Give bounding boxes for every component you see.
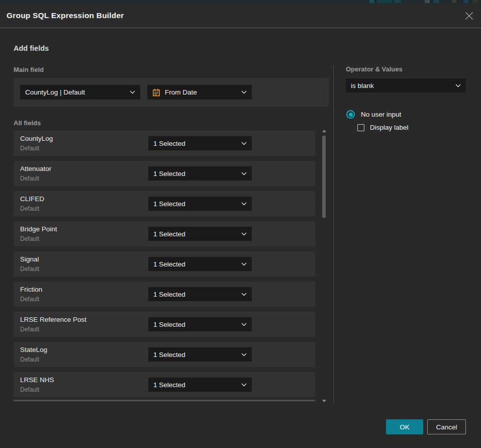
chevron-down-icon <box>241 142 247 145</box>
field-name: Bridge Point <box>20 225 57 233</box>
partial-field-row <box>14 400 315 401</box>
field-subtitle: Default <box>20 265 39 273</box>
field-subtitle: Default <box>20 145 39 152</box>
checkbox-unchecked-icon[interactable] <box>357 124 364 131</box>
dropdown-value: 1 Selected <box>153 230 241 238</box>
background-app-fragment <box>369 0 374 3</box>
scrollbar-up-arrow-icon[interactable] <box>322 130 326 132</box>
group-sql-expression-builder-dialog: Group SQL Expression Builder Add fields … <box>0 0 481 448</box>
field-row: LRSE NHS Default 1 Selected <box>14 372 315 397</box>
scrollbar-down-arrow-icon[interactable] <box>322 400 326 402</box>
chevron-down-icon <box>241 293 247 296</box>
main-field-field-dropdown[interactable]: From Date <box>147 85 252 100</box>
dropdown-value: 1 Selected <box>153 140 241 147</box>
panel-divider <box>333 65 334 403</box>
field-name: LRSE Reference Post <box>20 316 86 323</box>
background-app-fragment <box>463 0 468 3</box>
field-subtitle: Default <box>20 296 39 303</box>
main-field-label: Main field <box>14 66 44 73</box>
dropdown-value: From Date <box>165 88 241 96</box>
display-label-label: Display label <box>370 124 409 131</box>
background-app-fragment <box>394 0 401 3</box>
dialog-title: Group SQL Expression Builder <box>7 4 124 28</box>
close-icon <box>465 12 473 20</box>
field-subtitle: Default <box>20 356 39 363</box>
close-button[interactable] <box>465 12 473 20</box>
dialog-titlebar: Group SQL Expression Builder <box>0 4 481 28</box>
chevron-down-icon <box>130 91 135 94</box>
dropdown-value: 1 Selected <box>153 321 241 328</box>
field-selection-dropdown[interactable]: 1 Selected <box>148 287 252 301</box>
background-app-strip <box>0 0 481 4</box>
chevron-down-icon <box>241 383 247 387</box>
field-row: StateLog Default 1 Selected <box>14 342 315 367</box>
titlebar-divider <box>0 28 481 28</box>
chevron-down-icon <box>241 262 247 266</box>
field-name: Attenuator <box>20 165 51 172</box>
main-field-source-dropdown[interactable]: CountyLog | Default <box>20 85 140 100</box>
field-selection-dropdown[interactable]: 1 Selected <box>148 136 252 150</box>
chevron-down-icon <box>241 172 247 175</box>
background-app-fragment <box>433 0 439 3</box>
operator-values-heading: Operator & Values <box>346 65 403 73</box>
dropdown-value: 1 Selected <box>153 291 241 298</box>
dropdown-value: 1 Selected <box>153 381 241 389</box>
chevron-down-icon <box>241 91 247 94</box>
field-row: Friction Default 1 Selected <box>14 282 315 307</box>
field-name: Signal <box>20 255 39 263</box>
dropdown-value: 1 Selected <box>153 260 241 268</box>
dropdown-value: 1 Selected <box>153 200 241 208</box>
radio-selected-icon[interactable] <box>346 110 355 119</box>
background-app-fragment <box>425 0 430 3</box>
no-user-input-option[interactable]: No user input <box>346 110 401 119</box>
background-app-fragment <box>472 0 478 3</box>
field-row: Attenuator Default 1 Selected <box>14 161 315 186</box>
field-selection-dropdown[interactable]: 1 Selected <box>148 166 252 181</box>
field-row: CLIFED Default 1 Selected <box>14 191 315 216</box>
field-subtitle: Default <box>20 386 39 393</box>
operator-dropdown[interactable]: is blank <box>346 78 466 93</box>
no-user-input-label: No user input <box>361 111 401 118</box>
field-name: StateLog <box>20 346 47 353</box>
main-field-panel: CountyLog | Default From Date <box>14 78 329 107</box>
chevron-down-icon <box>241 202 247 206</box>
background-app-fragment <box>377 0 392 3</box>
field-selection-dropdown[interactable]: 1 Selected <box>148 197 252 211</box>
scrollbar-thumb[interactable] <box>322 136 326 218</box>
dropdown-value: 1 Selected <box>153 351 241 359</box>
dropdown-value: CountyLog | Default <box>25 88 130 96</box>
field-selection-dropdown[interactable]: 1 Selected <box>148 227 252 241</box>
dropdown-value: 1 Selected <box>153 170 241 177</box>
fields-list-scrollbar[interactable] <box>322 130 327 402</box>
background-app-fragment <box>452 0 456 3</box>
field-subtitle: Default <box>20 326 39 333</box>
all-fields-label: All fields <box>14 119 41 127</box>
field-subtitle: Default <box>20 235 39 242</box>
field-selection-dropdown[interactable]: 1 Selected <box>148 317 252 331</box>
calendar-icon <box>152 88 160 97</box>
chevron-down-icon <box>241 353 247 356</box>
all-fields-list: CountyLog Default 1 Selected Attenuator … <box>14 131 315 402</box>
field-name: Friction <box>20 286 42 293</box>
field-name: CountyLog <box>20 135 53 142</box>
field-selection-dropdown[interactable]: 1 Selected <box>148 257 252 271</box>
cancel-button[interactable]: Cancel <box>427 419 466 434</box>
field-name: CLIFED <box>20 195 44 203</box>
dropdown-value: is blank <box>351 82 455 89</box>
display-label-option[interactable]: Display label <box>357 124 409 131</box>
field-selection-dropdown[interactable]: 1 Selected <box>148 347 252 362</box>
field-row: LRSE Reference Post Default 1 Selected <box>14 312 315 337</box>
chevron-down-icon <box>241 232 247 236</box>
field-row: Bridge Point Default 1 Selected <box>14 221 315 246</box>
field-selection-dropdown[interactable]: 1 Selected <box>148 378 252 392</box>
add-fields-heading: Add fields <box>14 44 49 52</box>
field-row: CountyLog Default 1 Selected <box>14 131 315 156</box>
chevron-down-icon <box>241 323 247 326</box>
ok-button[interactable]: OK <box>386 419 423 434</box>
field-row: Signal Default 1 Selected <box>14 251 315 277</box>
field-name: LRSE NHS <box>20 376 54 384</box>
chevron-down-icon <box>455 84 461 87</box>
field-subtitle: Default <box>20 205 39 212</box>
field-subtitle: Default <box>20 175 39 182</box>
